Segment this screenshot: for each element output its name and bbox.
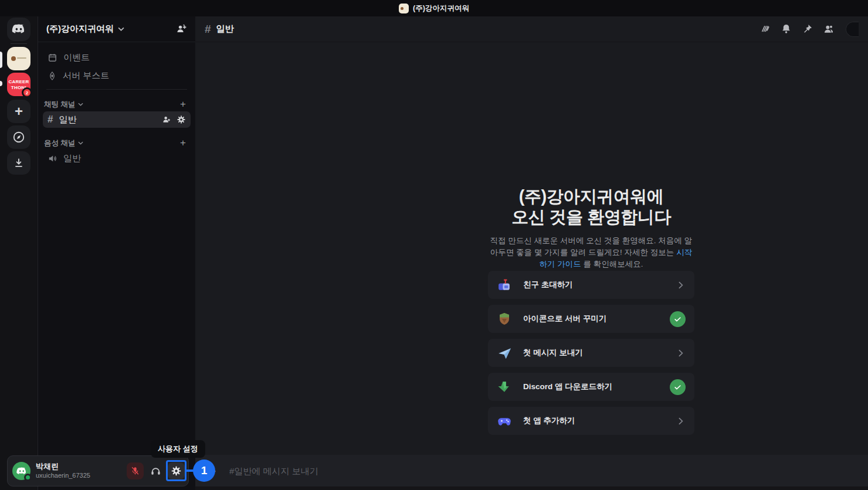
server-icon-current[interactable] <box>7 47 30 70</box>
hash-icon: # <box>48 114 53 125</box>
server-mini-icon <box>399 4 409 13</box>
calendar-icon <box>48 53 57 63</box>
plus-icon: + <box>15 106 23 117</box>
text-channel-label: 일반 <box>59 114 76 125</box>
card-first-message[interactable]: 첫 메시지 보내기 <box>488 339 694 367</box>
mailbox-icon <box>497 277 512 292</box>
server-rail: CAREER THON! 2 + <box>0 16 38 490</box>
threads-icon[interactable] <box>760 23 771 35</box>
mention-badge: 2 <box>22 87 32 98</box>
notifications-bell-icon[interactable] <box>781 23 792 35</box>
user-display-name: 박채린 <box>36 461 59 472</box>
compass-icon <box>12 131 25 144</box>
create-channel-button[interactable]: + <box>180 137 186 149</box>
boost-label: 서버 부스트 <box>63 70 109 81</box>
onboarding-cards: 친구 초대하기 아이콘으로 서버 꾸미기 <box>488 271 694 435</box>
rail-separator <box>11 43 27 44</box>
card-invite-friends[interactable]: 친구 초대하기 <box>488 271 694 299</box>
member-list-icon[interactable] <box>823 23 835 35</box>
invite-people-icon[interactable] <box>176 23 187 35</box>
chevron-right-icon <box>676 348 686 358</box>
welcome-section: (주)강아지귀여워에 오신 것을 환영합니다 직접 만드신 새로운 서버에 오신… <box>488 186 694 270</box>
paper-plane-icon <box>497 345 512 360</box>
message-composer: + <box>195 455 868 486</box>
game-controller-icon <box>497 413 512 428</box>
window-bottom-edge <box>195 486 868 490</box>
server-logo-text <box>17 57 26 59</box>
card-customize-icon[interactable]: 아이콘으로 서버 꾸미기 <box>488 305 694 333</box>
server-icon-careerthon[interactable]: CAREER THON! 2 <box>7 73 30 96</box>
server-name: (주)강아지귀여워 <box>46 23 114 35</box>
shield-icon <box>497 311 512 326</box>
annotation-highlight-box <box>166 460 187 481</box>
download-arrow-icon <box>497 379 512 394</box>
channel-item-general-text[interactable]: # 일반 <box>43 111 191 128</box>
welcome-title: (주)강아지귀여워에 오신 것을 환영합니다 <box>488 186 694 227</box>
voice-category-label: 음성 채널 <box>44 138 75 148</box>
active-server-pill <box>0 52 2 68</box>
window-title: (주)강아지귀여워 <box>413 4 469 13</box>
download-icon <box>13 157 25 169</box>
card-label: 첫 앱 추가하기 <box>523 416 575 426</box>
server-logo-dot <box>11 56 16 61</box>
discord-app-window: (주)강아지귀여워 CAREER THON! 2 + (주 <box>0 0 868 490</box>
sidebar-item-boost[interactable]: 서버 부스트 <box>43 67 191 84</box>
channel-title: 일반 <box>216 23 234 35</box>
completed-check-icon <box>670 311 686 327</box>
search-input[interactable] <box>846 22 859 37</box>
discord-logo-icon <box>11 22 26 37</box>
welcome-description: 직접 만드신 새로운 서버에 오신 것을 환영해요. 처음에 알아두면 좋을 몇… <box>488 235 694 270</box>
chevron-right-icon <box>676 416 686 426</box>
user-panel: 박채린 uxuichaerin_67325 <box>7 455 189 486</box>
category-text-channels[interactable]: 채팅 채널 + <box>44 98 191 110</box>
annotation-step-badge: 1 <box>193 460 215 482</box>
channel-header: # 일반 <box>195 16 868 42</box>
sidebar-divider <box>46 89 187 90</box>
card-label: 친구 초대하기 <box>523 280 573 290</box>
deafen-button[interactable] <box>147 462 164 479</box>
explore-servers-button[interactable] <box>7 125 30 149</box>
mic-mute-button[interactable] <box>127 462 144 479</box>
server-header[interactable]: (주)강아지귀여워 <box>38 16 195 42</box>
mic-muted-icon <box>130 466 140 476</box>
card-download-app[interactable]: Discord 앱 다운로드하기 <box>488 373 694 401</box>
add-server-button[interactable]: + <box>7 100 30 123</box>
window-titlebar: (주)강아지귀여워 <box>0 0 868 16</box>
download-apps-button[interactable] <box>7 151 30 175</box>
channel-item-general-voice[interactable]: 일반 <box>43 150 191 166</box>
create-channel-button[interactable]: + <box>180 98 186 110</box>
user-username: uxuichaerin_67325 <box>36 472 90 479</box>
settings-tooltip: 사용자 설정 <box>151 440 205 458</box>
voice-channel-label: 일반 <box>63 153 81 164</box>
hash-icon: # <box>205 23 211 36</box>
home-button[interactable] <box>7 18 30 41</box>
unread-server-pill <box>0 81 2 86</box>
invite-to-channel-icon[interactable] <box>162 115 171 124</box>
events-label: 이벤트 <box>63 52 90 63</box>
channel-sidebar: (주)강아지귀여워 이벤트 서버 부스트 채팅 채널 <box>38 16 195 490</box>
pinned-messages-icon[interactable] <box>802 23 813 35</box>
chevron-down-icon <box>78 141 83 145</box>
speaker-icon <box>48 154 57 164</box>
completed-check-icon <box>670 379 686 395</box>
card-label: Discord 앱 다운로드하기 <box>523 382 612 392</box>
sidebar-item-events[interactable]: 이벤트 <box>43 49 191 66</box>
text-category-label: 채팅 채널 <box>44 100 75 110</box>
message-input[interactable] <box>229 455 851 486</box>
chevron-down-icon <box>78 103 83 106</box>
online-status-dot <box>24 474 32 481</box>
chevron-down-icon <box>118 27 124 31</box>
card-label: 아이콘으로 서버 꾸미기 <box>523 314 607 324</box>
careerthon-label-1: CAREER <box>9 79 29 84</box>
category-voice-channels[interactable]: 음성 채널 + <box>44 137 191 149</box>
boost-icon <box>48 71 57 81</box>
chevron-right-icon <box>676 280 686 290</box>
channel-settings-gear-icon[interactable] <box>177 115 186 124</box>
headphones-icon <box>150 465 161 477</box>
main-content: # 일반 (주)강아지귀여워에 오신 것을 <box>195 16 868 490</box>
card-add-app[interactable]: 첫 앱 추가하기 <box>488 407 694 435</box>
card-label: 첫 메시지 보내기 <box>523 348 583 358</box>
